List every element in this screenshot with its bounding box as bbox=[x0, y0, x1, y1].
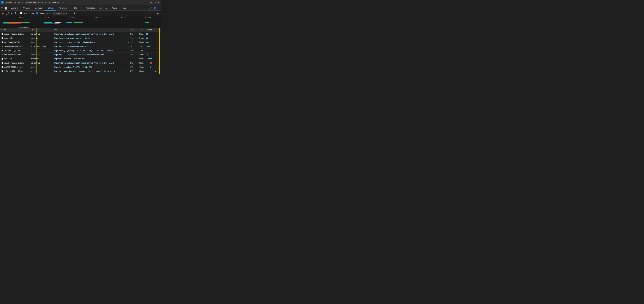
cell-size: 17⁵ ... bbox=[124, 58, 134, 60]
file-icon: 📄 bbox=[1, 41, 3, 43]
monitor-icon[interactable]: ⬜ bbox=[4, 7, 8, 10]
close-button[interactable]: ✕ bbox=[157, 1, 160, 4]
title-bar-controls: — □ ✕ bbox=[150, 1, 160, 4]
tab-elements[interactable]: Elements bbox=[8, 6, 21, 10]
col-header-path[interactable]: Path bbox=[30, 29, 53, 31]
cell-name: 📄t.js?ver=%272.1%27&m... bbox=[0, 70, 30, 72]
clear-button[interactable]: ⊘ bbox=[6, 12, 9, 15]
col-header-waterfall[interactable]: Waterfall ▲ bbox=[145, 29, 161, 31]
cell-size: 4⁷ B bbox=[124, 70, 134, 72]
cell-waterfall bbox=[145, 48, 161, 52]
tab-console[interactable]: Console bbox=[21, 6, 33, 10]
cell-url: https://web.vortex.data.microsoft.com/co… bbox=[53, 70, 124, 72]
download-button[interactable]: ⬇ bbox=[73, 12, 76, 15]
cell-time: 53 ms bbox=[134, 41, 145, 43]
disable-cache-label[interactable]: Disable cache bbox=[36, 12, 51, 14]
tab-security[interactable]: Security bbox=[98, 6, 109, 10]
table-row[interactable]: 📄favicon.ico/favicon.icohttps://docs.mic… bbox=[0, 57, 161, 61]
cell-url: https://web.vortex.data.microsoft.com/co… bbox=[53, 33, 124, 35]
waterfall-bar bbox=[146, 34, 148, 34]
waterfall-bar bbox=[156, 71, 156, 72]
table-row[interactable]: 📄c.gif?DI=4050&did=1&.../c.gifhttps://c1… bbox=[0, 65, 161, 69]
col-header-url[interactable]: Url bbox=[53, 29, 124, 31]
waterfall-bar bbox=[146, 42, 149, 43]
tab-hints[interactable]: Hints bbox=[119, 6, 128, 10]
col-header-time[interactable]: Time bbox=[134, 29, 145, 31]
table-row[interactable]: 📄analytics.js/analytics.jshttps://www.go… bbox=[0, 36, 161, 40]
cell-path: /zoherghadyali.png bbox=[30, 45, 53, 48]
cell-time: 41 ms bbox=[134, 37, 145, 39]
cell-time: 12 ms bbox=[134, 66, 145, 68]
cell-waterfall bbox=[145, 36, 161, 40]
table-row[interactable]: 📄collect?v=1&_v=j79&a.../collecthttps://… bbox=[0, 48, 161, 52]
cell-path: /collect bbox=[30, 50, 53, 52]
minimize-button[interactable]: — bbox=[150, 1, 153, 4]
cursor-icon[interactable]: ⬚ bbox=[1, 7, 4, 10]
tab-sources[interactable]: Sources bbox=[33, 6, 44, 10]
preserve-log-label[interactable]: Preserve log bbox=[20, 12, 34, 14]
table-row[interactable]: 📄t.js?ver=%272.1%27&m.../collect/v1/t.js… bbox=[0, 32, 161, 36]
record-button[interactable]: ⏺ bbox=[1, 12, 5, 15]
preserve-log-checkbox[interactable] bbox=[20, 12, 22, 14]
cell-name: 📄collect?v=1&_v=j79&a... bbox=[0, 50, 30, 52]
waterfall-bar bbox=[146, 50, 146, 51]
col-header-size[interactable]: Siz bbox=[124, 29, 134, 31]
cell-path: /collect/v1/t.js bbox=[30, 62, 53, 64]
file-icon: 📄 bbox=[1, 70, 3, 72]
tab-network[interactable]: Network bbox=[44, 6, 56, 10]
cell-waterfall bbox=[145, 57, 161, 61]
col-header-name[interactable]: Name bbox=[0, 29, 30, 31]
cell-url: https://c1.microsoft.com/c.gif?DI=4050&d… bbox=[53, 66, 124, 68]
cell-path: /js/lux.js bbox=[30, 41, 53, 43]
file-icon: 📄 bbox=[1, 33, 3, 35]
person-icon[interactable]: 👤 bbox=[153, 7, 156, 10]
throttle-dropdown[interactable]: Online Fast 3G Slow 3G Offline bbox=[54, 12, 65, 15]
tab-memory[interactable]: Memory bbox=[72, 6, 84, 10]
cell-size: 4⁷ B bbox=[124, 62, 134, 64]
cell-size: 2.⁸ KB bbox=[124, 54, 134, 56]
timeline-label-500: 500 ms bbox=[9, 16, 34, 18]
cell-url: https://www.google-analytics.com/collect… bbox=[53, 50, 124, 52]
table-row[interactable]: 📄t.js?ver=%272.1%27&m.../collect/v1/t.js… bbox=[0, 69, 161, 73]
maximize-button[interactable]: □ bbox=[153, 1, 156, 4]
timeline-label-2000: 2000 ms bbox=[85, 16, 110, 18]
table-header: Name Path Url Siz Time Waterfall ▲ bbox=[0, 28, 161, 32]
table-row[interactable]: 📄lux.js?id=409849828/js/lux.jshttps://cd… bbox=[0, 40, 161, 44]
table-row[interactable]: 🖼34316555?s=32&v=4/u/34316555https://ava… bbox=[0, 52, 161, 57]
cell-size: 17⁷ ... bbox=[124, 37, 134, 39]
timeline-bars bbox=[0, 19, 161, 28]
cell-path: /c.gif bbox=[30, 66, 53, 68]
settings-button[interactable]: ⚙ bbox=[156, 12, 160, 15]
warning-badge[interactable]: ⚠ 3 bbox=[149, 7, 152, 9]
more-icon[interactable]: ⋯ bbox=[158, 7, 160, 10]
tab-audits[interactable]: Audits bbox=[109, 6, 119, 10]
file-icon: 📄 bbox=[1, 50, 3, 52]
cell-url: https://docs.microsoft.com/favicon.ico bbox=[53, 58, 124, 60]
tab-application[interactable]: Application bbox=[84, 6, 98, 10]
cell-path: /analytics.js bbox=[30, 37, 53, 39]
waterfall-bar bbox=[147, 46, 150, 47]
disable-cache-text: Disable cache bbox=[39, 12, 51, 14]
filter-button[interactable]: ⚗ bbox=[10, 12, 13, 15]
cell-url: https://cdn.speedcurve.com/js/lux.js?id=… bbox=[53, 41, 124, 43]
cell-url: https://github.com/zoherghadyali.png?siz… bbox=[53, 45, 124, 48]
disable-cache-checkbox[interactable] bbox=[36, 12, 38, 14]
waterfall-bar bbox=[147, 54, 148, 55]
table-row[interactable]: 🖼zoherghadyali.png?size=.../zoherghadyal… bbox=[0, 44, 161, 48]
cell-size: 2.⁸ KB bbox=[124, 45, 134, 48]
waterfall-bar bbox=[146, 38, 148, 39]
table-row[interactable]: 📄t.js?ver=%272.1%27&m.../collect/v1/t.js… bbox=[0, 61, 161, 65]
upload-button[interactable]: ⬆ bbox=[68, 12, 72, 15]
tab-performance[interactable]: Performance bbox=[56, 6, 72, 10]
cell-name: 📄t.js?ver=%272.1%27&m... bbox=[0, 62, 30, 64]
cell-time: 80 ms bbox=[134, 58, 145, 60]
cell-size: 1⁴ B bbox=[124, 66, 134, 68]
timeline: 500 ms 1000 ms 1500 ms 2000 ms 2500 ms 3… bbox=[0, 16, 161, 28]
cell-url: https://web.vortex.data.microsoft.com/co… bbox=[53, 62, 124, 64]
toolbar: ⏺ ⊘ ⚗ 🔍 Preserve log Disable cache Onlin… bbox=[0, 11, 161, 16]
timeline-label-3000: 3000 ms bbox=[136, 16, 161, 18]
waterfall-sort-icon: ▲ bbox=[154, 29, 156, 31]
search-button[interactable]: 🔍 bbox=[14, 12, 18, 15]
cell-time: 34 ms bbox=[134, 62, 145, 64]
cell-path: /u/34316555 bbox=[30, 54, 53, 56]
